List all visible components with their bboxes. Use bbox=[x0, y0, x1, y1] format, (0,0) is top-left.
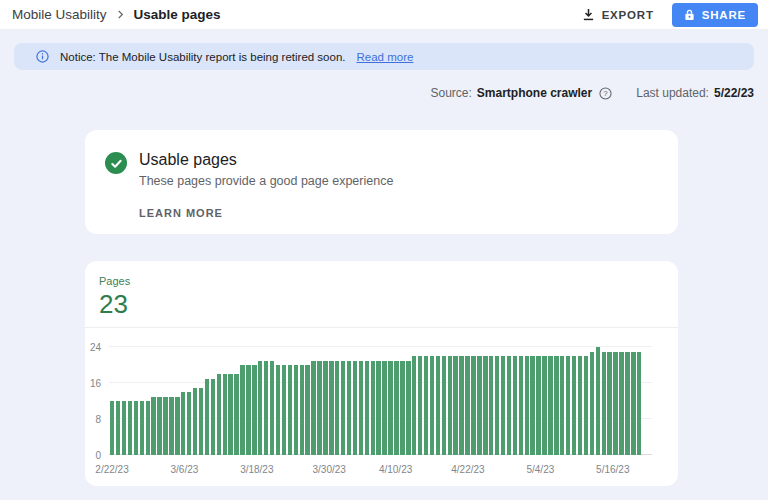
bar[interactable] bbox=[631, 352, 635, 456]
bar[interactable] bbox=[519, 356, 523, 455]
bar[interactable] bbox=[199, 388, 203, 456]
bar[interactable] bbox=[288, 365, 292, 455]
bar[interactable] bbox=[169, 397, 173, 456]
bar[interactable] bbox=[613, 352, 617, 456]
bar[interactable] bbox=[412, 356, 416, 455]
bar[interactable] bbox=[193, 388, 197, 456]
bar[interactable] bbox=[388, 361, 392, 456]
bar[interactable] bbox=[228, 374, 232, 455]
bar[interactable] bbox=[382, 361, 386, 456]
bar[interactable] bbox=[146, 401, 150, 455]
bar[interactable] bbox=[157, 397, 161, 456]
source-value: Smartphone crawler bbox=[477, 86, 592, 100]
bar[interactable] bbox=[459, 356, 463, 455]
bar[interactable] bbox=[140, 401, 144, 455]
export-button[interactable]: EXPORT bbox=[572, 3, 664, 26]
bar[interactable] bbox=[376, 361, 380, 456]
bar[interactable] bbox=[453, 356, 457, 455]
bar[interactable] bbox=[637, 352, 641, 456]
bar[interactable] bbox=[329, 361, 333, 456]
bar[interactable] bbox=[175, 397, 179, 456]
bar[interactable] bbox=[211, 379, 215, 456]
bar[interactable] bbox=[276, 365, 280, 455]
bar[interactable] bbox=[311, 361, 315, 456]
bar[interactable] bbox=[317, 361, 321, 456]
bar[interactable] bbox=[596, 347, 600, 455]
bar[interactable] bbox=[477, 356, 481, 455]
x-axis-tick-label: 3/6/23 bbox=[171, 464, 199, 475]
bar[interactable] bbox=[465, 356, 469, 455]
bar[interactable] bbox=[436, 356, 440, 455]
bar[interactable] bbox=[442, 356, 446, 455]
bar[interactable] bbox=[536, 356, 540, 455]
bar[interactable] bbox=[252, 365, 256, 455]
help-icon[interactable]: ? bbox=[599, 87, 612, 100]
bar[interactable] bbox=[246, 365, 250, 455]
bar[interactable] bbox=[625, 352, 629, 456]
bar[interactable] bbox=[335, 361, 339, 456]
bar[interactable] bbox=[240, 365, 244, 455]
bar[interactable] bbox=[187, 392, 191, 455]
bar[interactable] bbox=[554, 356, 558, 455]
bar[interactable] bbox=[418, 356, 422, 455]
bar[interactable] bbox=[217, 374, 221, 455]
bar[interactable] bbox=[353, 361, 357, 456]
bar[interactable] bbox=[542, 356, 546, 455]
bar[interactable] bbox=[448, 356, 452, 455]
bar[interactable] bbox=[572, 356, 576, 455]
bar[interactable] bbox=[513, 356, 517, 455]
pages-metric-toggle[interactable]: Pages 23 bbox=[85, 261, 678, 327]
bar[interactable] bbox=[548, 356, 552, 455]
bar[interactable] bbox=[347, 361, 351, 456]
bar[interactable] bbox=[223, 374, 227, 455]
bar[interactable] bbox=[128, 401, 132, 455]
bar[interactable] bbox=[483, 356, 487, 455]
bar[interactable] bbox=[394, 361, 398, 456]
bar[interactable] bbox=[234, 374, 238, 455]
bar[interactable] bbox=[116, 401, 120, 455]
bar[interactable] bbox=[507, 356, 511, 455]
read-more-link[interactable]: Read more bbox=[357, 51, 414, 63]
bar[interactable] bbox=[590, 352, 594, 456]
bar[interactable] bbox=[294, 365, 298, 455]
bar[interactable] bbox=[181, 392, 185, 455]
breadcrumb-mobile-usability[interactable]: Mobile Usability bbox=[12, 7, 107, 22]
bar[interactable] bbox=[584, 356, 588, 455]
bar[interactable] bbox=[110, 401, 114, 455]
bar[interactable] bbox=[602, 352, 606, 456]
bar[interactable] bbox=[430, 356, 434, 455]
bar[interactable] bbox=[365, 361, 369, 456]
bar[interactable] bbox=[258, 361, 262, 456]
bar[interactable] bbox=[305, 365, 309, 455]
learn-more-button[interactable]: LEARN MORE bbox=[139, 207, 223, 219]
bar[interactable] bbox=[134, 401, 138, 455]
bar[interactable] bbox=[501, 356, 505, 455]
bar[interactable] bbox=[406, 361, 410, 456]
bar[interactable] bbox=[341, 361, 345, 456]
bar[interactable] bbox=[371, 361, 375, 456]
bar[interactable] bbox=[525, 356, 529, 455]
bar[interactable] bbox=[163, 397, 167, 456]
bar[interactable] bbox=[282, 365, 286, 455]
bar[interactable] bbox=[300, 365, 304, 455]
bar[interactable] bbox=[560, 356, 564, 455]
bar[interactable] bbox=[495, 356, 499, 455]
bar[interactable] bbox=[424, 356, 428, 455]
bar[interactable] bbox=[471, 356, 475, 455]
bar[interactable] bbox=[619, 352, 623, 456]
pages-bar-chart[interactable]: 0816242/22/233/6/233/18/233/30/234/10/23… bbox=[109, 347, 652, 455]
bar[interactable] bbox=[400, 361, 404, 456]
share-button[interactable]: SHARE bbox=[672, 3, 758, 27]
bar[interactable] bbox=[530, 356, 534, 455]
bar[interactable] bbox=[264, 361, 268, 456]
bar[interactable] bbox=[151, 397, 155, 456]
bar[interactable] bbox=[566, 356, 570, 455]
bar[interactable] bbox=[205, 379, 209, 456]
bar[interactable] bbox=[270, 361, 274, 456]
bar[interactable] bbox=[359, 361, 363, 456]
bar[interactable] bbox=[323, 361, 327, 456]
bar[interactable] bbox=[578, 356, 582, 455]
bar[interactable] bbox=[607, 352, 611, 456]
bar[interactable] bbox=[122, 401, 126, 455]
bar[interactable] bbox=[489, 356, 493, 455]
